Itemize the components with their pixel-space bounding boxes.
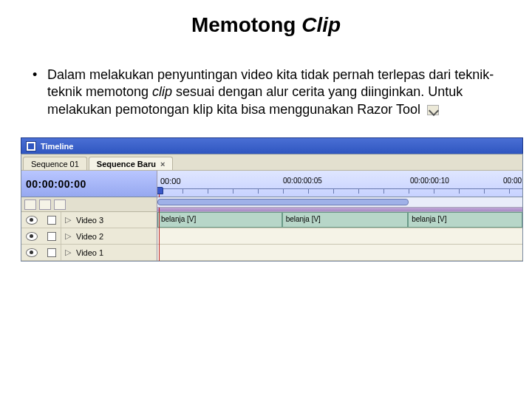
eye-icon[interactable] — [26, 248, 38, 257]
lock-box-icon[interactable] — [47, 232, 56, 241]
time-ruler[interactable]: 00:00 00:00:00:05 00:00:00:10 00:00:0 — [157, 171, 522, 197]
track-header-video2[interactable]: ▷ Video 2 — [21, 228, 157, 245]
ruler-tick: 00:00:00:10 — [410, 177, 449, 185]
expand-icon[interactable]: ▷ — [61, 248, 75, 257]
bullet-text: Dalam melakukan penyuntingan video kita … — [47, 66, 495, 118]
lock-box-icon[interactable] — [47, 248, 56, 257]
track-label: Video 1 — [75, 248, 103, 257]
eye-icon[interactable] — [26, 216, 38, 225]
timeline-icon — [26, 141, 36, 151]
work-area-bar[interactable] — [157, 197, 522, 208]
track-label: Video 2 — [75, 232, 103, 241]
clip-label: belanja [V] — [412, 215, 446, 223]
bullet-italic: clip — [152, 84, 172, 99]
clip[interactable]: belanja [V] — [157, 212, 282, 228]
tool-button[interactable] — [24, 200, 36, 210]
bullet-item: • Dalam melakukan penyuntingan video kit… — [30, 66, 495, 118]
title-text: Memotong — [191, 13, 301, 36]
current-timecode[interactable]: 00:00:00:00 — [21, 171, 157, 197]
track-row-video3[interactable]: belanja [V] belanja [V] belanja [V] — [157, 212, 522, 228]
bullet-marker: • — [30, 66, 47, 118]
timeline-titlebar[interactable]: Timeline — [21, 137, 523, 154]
ruler-tick: 00:00:00:05 — [283, 177, 322, 185]
sequence-tabs: Sequence 01 Sequence Baru× — [21, 154, 522, 171]
timeline-left-tools — [21, 197, 157, 212]
expand-icon[interactable]: ▷ — [61, 215, 75, 225]
tab-label: Sequence 01 — [31, 160, 79, 168]
clip-label: belanja [V] — [286, 215, 321, 223]
tool-button[interactable] — [39, 200, 51, 210]
lock-box-icon[interactable] — [47, 216, 56, 225]
eye-icon[interactable] — [26, 232, 38, 241]
ruler-tick: 00:00:0 — [503, 177, 522, 185]
tab-sequence-01[interactable]: Sequence 01 — [23, 157, 87, 170]
expand-icon[interactable]: ▷ — [61, 231, 75, 241]
razor-tool-icon — [427, 105, 439, 115]
title-italic: Clip — [301, 13, 341, 36]
track-row-video2[interactable] — [157, 228, 522, 245]
track-header-video1[interactable]: ▷ Video 1 — [21, 245, 157, 261]
tab-label: Sequence Baru — [97, 160, 156, 168]
tab-sequence-baru[interactable]: Sequence Baru× — [89, 157, 174, 170]
track-row-video1[interactable] — [157, 245, 522, 261]
track-header-video3[interactable]: ▷ Video 3 — [21, 212, 157, 228]
tool-button[interactable] — [54, 200, 66, 210]
playhead[interactable] — [159, 171, 160, 197]
tab-close-icon[interactable]: × — [160, 160, 165, 168]
work-area-range[interactable] — [157, 199, 409, 205]
ruler-tick: 00:00 — [160, 177, 181, 185]
clip[interactable]: belanja [V] — [408, 212, 522, 228]
clip-label: belanja [V] — [161, 215, 196, 223]
track-label: Video 3 — [75, 216, 103, 225]
timeline-panel: Timeline Sequence 01 Sequence Baru× 00:0… — [21, 137, 523, 262]
slide-title: Memotong Clip — [0, 13, 532, 37]
timeline-title: Timeline — [41, 142, 73, 151]
clip[interactable]: belanja [V] — [282, 212, 409, 228]
timecode-value: 00:00:00:00 — [26, 178, 86, 190]
playhead-handle-icon[interactable] — [157, 187, 163, 194]
